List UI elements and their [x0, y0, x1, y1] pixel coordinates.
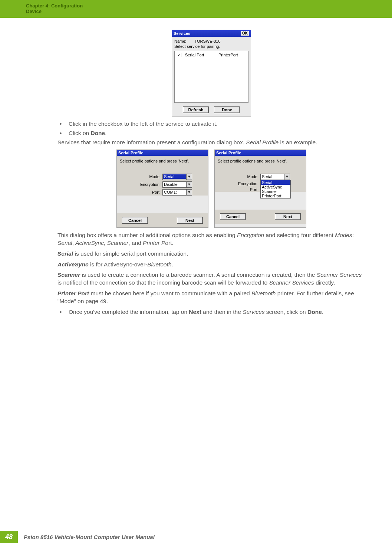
paragraph: This dialog box offers a number of addit… [57, 232, 365, 247]
text: Click on [69, 130, 90, 136]
mode-dropdown[interactable]: Serial ▼ [162, 174, 192, 180]
page-number: 48 [0, 531, 18, 543]
chevron-down-icon[interactable]: ▼ [186, 190, 192, 195]
next-button[interactable]: Next [177, 217, 203, 224]
dropdown-value: Serial [163, 174, 186, 179]
text: is used to create a connection to a barc… [80, 272, 317, 278]
text-bold-italic: Printer Port [57, 290, 89, 296]
bullet-item: Once you've completed the information, t… [57, 308, 365, 316]
text: and then in the [201, 309, 243, 315]
dialog-hint: Select profile options and press 'Next'. [120, 159, 205, 163]
text: This dialog box offers a number of addit… [57, 232, 237, 238]
encryption-dropdown[interactable]: Disable ▼ [162, 181, 192, 188]
services-title-text: Services [174, 31, 190, 36]
text: . [322, 309, 323, 315]
text-italic: Services [243, 309, 264, 315]
text: rt. [168, 240, 174, 246]
paragraph: Scanner is used to create a connection t… [57, 271, 365, 287]
mode-label: Mode [218, 174, 260, 179]
text-bold-italic: Serial [57, 250, 73, 257]
next-button[interactable]: Next [275, 213, 301, 220]
encryption-label: Encryption [120, 182, 162, 187]
text: , [72, 240, 76, 246]
footer-title: Psion 8516 Vehicle-Mount Computer User M… [24, 534, 155, 540]
dialog-title: Serial Profile [117, 150, 208, 156]
checkbox-icon[interactable]: ✓ [177, 53, 181, 57]
encryption-label: Encryption [218, 181, 260, 186]
services-list[interactable]: ✓ Serial Port PrinterPort [174, 51, 248, 103]
dropdown-option[interactable]: Scanner [261, 189, 290, 194]
list-item[interactable]: ✓ Serial Port PrinterPort [177, 53, 246, 57]
port-dropdown[interactable]: COM1: ▼ [162, 189, 192, 196]
refresh-button[interactable]: Refresh [183, 106, 209, 113]
text: is an example. [279, 139, 317, 145]
text: is used for simple serial port communica… [73, 250, 188, 257]
text-italic: Printer Po [143, 240, 168, 246]
paragraph: Services that require more information p… [57, 139, 365, 147]
text: screen, click on [265, 309, 307, 315]
select-service-text: Select service for pairing. [174, 44, 248, 49]
text-bold-italic: ActiveSync [57, 261, 89, 267]
text: Once you've completed the information, t… [69, 309, 189, 315]
text: and selecting four different [264, 232, 335, 238]
text-italic: Bluetooth [147, 261, 172, 267]
dialog-hint: Select profile options and press 'Next'. [218, 159, 303, 163]
paragraph: Printer Port must be chosen here if you … [57, 290, 365, 305]
text: . [172, 261, 173, 267]
bullet-item: Click on Done. [57, 129, 365, 137]
service-name: Serial Port [185, 53, 215, 57]
text-bold: Done [90, 130, 105, 136]
text-italic: Scanner Services [317, 272, 362, 278]
done-button[interactable]: Done [214, 106, 240, 113]
text: is notified of the connection so that th… [57, 279, 269, 286]
text: Click in the checkbox to the left of the… [69, 121, 217, 127]
text-bold: Next [189, 309, 201, 315]
cancel-button[interactable]: Cancel [220, 213, 246, 220]
chevron-down-icon[interactable]: ▼ [186, 174, 192, 180]
dropdown-option[interactable]: Serial [261, 180, 290, 185]
text-italic: Serial [57, 240, 72, 246]
services-dialog: Services OK Name: TORSWE-018 Select serv… [172, 30, 251, 116]
text: , and [128, 240, 143, 246]
dropdown-option[interactable]: ActiveSync [261, 185, 290, 189]
services-title-bar: Services OK [172, 30, 251, 37]
text: is for ActiveSync-over- [89, 261, 148, 267]
text-bold: Done [307, 309, 322, 315]
chapter-label: Chapter 4: Configuration [26, 3, 366, 9]
chevron-down-icon[interactable]: ▼ [284, 174, 290, 180]
dropdown-value: Disable [163, 182, 186, 187]
paragraph: Serial is used for simple serial port co… [57, 250, 365, 258]
page-content: Services OK Name: TORSWE-018 Select serv… [0, 18, 392, 316]
section-label: Device [26, 9, 366, 14]
mode-label: Mode [120, 174, 162, 179]
mode-dropdown-open[interactable]: Serial ▼ Serial ActiveSync Scanner Print… [260, 174, 290, 180]
page-footer: 48 Psion 8516 Vehicle-Mount Computer Use… [0, 531, 155, 543]
paragraph: ActiveSync is for ActiveSync-over-Blueto… [57, 261, 365, 269]
text-italic: Scanner Services [269, 279, 314, 286]
serial-profile-dialog-right: Serial Profile Select profile options an… [214, 150, 306, 228]
name-row: Name: TORSWE-018 [174, 38, 248, 44]
text-italic: ActiveSync, Scanner [75, 240, 128, 246]
dropdown-value: Serial [261, 174, 284, 179]
text: . [105, 130, 106, 136]
text-bold-italic: Scanner [57, 272, 80, 278]
text-italic: Serial Profile [246, 139, 279, 145]
dialog-title: Serial Profile [215, 150, 306, 156]
text: must be chosen here if you want to commu… [89, 290, 251, 296]
name-value: TORSWE-018 [194, 39, 220, 43]
page-header: Chapter 4: Configuration Device [0, 0, 392, 18]
serial-profile-dialog-left: Serial Profile Select profile options an… [116, 150, 208, 228]
text: : [352, 232, 354, 238]
chevron-down-icon[interactable]: ▼ [186, 182, 192, 187]
service-name: PrinterPort [218, 53, 238, 57]
dropdown-options[interactable]: Serial ActiveSync Scanner PrinterPort [260, 180, 291, 198]
dropdown-value: COM1: [163, 190, 186, 194]
text: Services that require more information p… [57, 139, 246, 145]
cancel-button[interactable]: Cancel [122, 217, 148, 224]
bullet-item: Click in the checkbox to the left of the… [57, 120, 365, 128]
text: directly. [314, 279, 335, 286]
ok-button[interactable]: OK [241, 31, 249, 36]
text-italic: Modes [335, 232, 352, 238]
dropdown-option[interactable]: PrinterPort [261, 194, 290, 198]
name-label: Name: [174, 39, 186, 43]
